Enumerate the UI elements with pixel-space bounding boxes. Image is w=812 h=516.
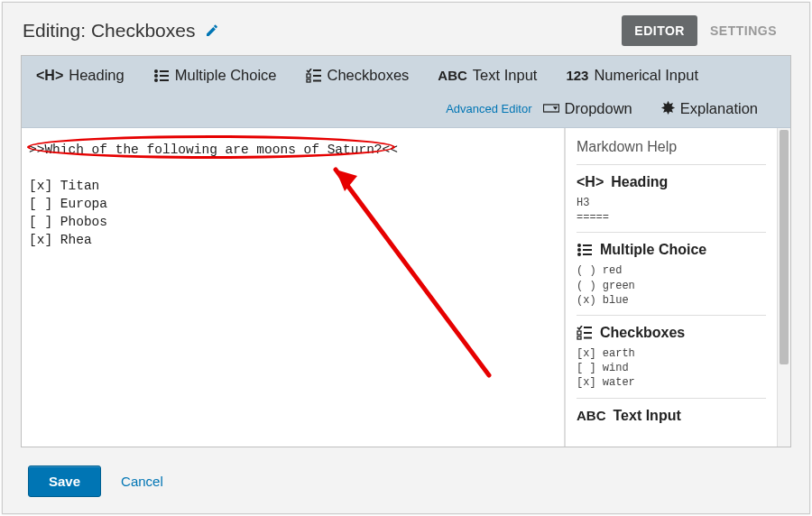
text-input-icon: ABC bbox=[438, 68, 467, 83]
multiple-choice-icon bbox=[577, 243, 593, 257]
svg-point-2 bbox=[154, 74, 158, 78]
help-cb-label: Checkboxes bbox=[600, 325, 685, 341]
tool-multiple-choice[interactable]: Multiple Choice bbox=[148, 61, 288, 93]
help-pane: Markdown Help <H>Heading H3 ===== Multip… bbox=[566, 128, 777, 447]
tool-cb-label: Checkboxes bbox=[328, 67, 410, 84]
mode-tabs: EDITOR SETTINGS bbox=[622, 15, 789, 46]
svg-rect-6 bbox=[313, 69, 321, 71]
tool-text-input[interactable]: ABC Text Input bbox=[432, 61, 548, 93]
help-ti-label: Text Input bbox=[614, 408, 681, 424]
workspace: <H> Heading Multiple Choice Checkboxes A… bbox=[21, 55, 791, 447]
svg-point-4 bbox=[154, 78, 158, 82]
scrollbar[interactable] bbox=[777, 128, 790, 447]
svg-rect-3 bbox=[160, 75, 169, 77]
help-section-mc: Multiple Choice ( ) red ( ) green (x) bl… bbox=[577, 232, 766, 315]
svg-point-14 bbox=[577, 244, 581, 247]
svg-rect-20 bbox=[584, 327, 592, 328]
svg-rect-22 bbox=[584, 332, 592, 334]
pencil-icon[interactable] bbox=[204, 23, 220, 38]
tab-editor[interactable]: EDITOR bbox=[622, 15, 697, 46]
editor-pane[interactable]: >>Which of the following are moons of Sa… bbox=[22, 128, 566, 447]
tab-settings[interactable]: SETTINGS bbox=[697, 15, 789, 46]
dropdown-icon bbox=[543, 101, 559, 115]
editor-modal: Editing: Checkboxes EDITOR SETTINGS <H> … bbox=[2, 2, 810, 514]
page-title: Editing: Checkboxes bbox=[23, 20, 195, 41]
tool-ti-label: Text Input bbox=[473, 67, 538, 84]
svg-point-16 bbox=[577, 248, 581, 252]
multiple-choice-icon bbox=[153, 69, 170, 83]
help-heading-code: H3 ===== bbox=[577, 196, 766, 225]
help-cb-code: [x] earth [ ] wind [x] water bbox=[577, 346, 766, 391]
svg-rect-7 bbox=[307, 74, 310, 78]
svg-rect-5 bbox=[160, 79, 169, 81]
svg-rect-23 bbox=[577, 336, 581, 339]
editor-textarea[interactable]: >>Which of the following are moons of Sa… bbox=[22, 128, 564, 262]
tool-checkboxes[interactable]: Checkboxes bbox=[300, 61, 420, 93]
help-section-cb: Checkboxes [x] earth [ ] wind [x] water bbox=[577, 315, 766, 398]
advanced-editor-link[interactable]: Advanced Editor bbox=[446, 97, 531, 124]
help-section-ti: ABCText Input bbox=[577, 398, 766, 437]
svg-rect-15 bbox=[583, 244, 592, 246]
svg-rect-19 bbox=[583, 253, 592, 255]
svg-rect-1 bbox=[160, 70, 169, 72]
help-heading-label: Heading bbox=[611, 174, 668, 190]
help-mc-label: Multiple Choice bbox=[600, 242, 706, 258]
numerical-input-icon: 123 bbox=[566, 68, 588, 83]
checkboxes-icon bbox=[306, 69, 322, 83]
tool-ni-label: Numerical Input bbox=[594, 67, 698, 84]
tool-dropdown[interactable]: Dropdown bbox=[538, 95, 643, 126]
help-title: Markdown Help bbox=[577, 137, 766, 164]
text-input-icon: ABC bbox=[577, 408, 606, 423]
svg-rect-10 bbox=[313, 79, 321, 81]
help-mc-code: ( ) red ( ) green (x) blue bbox=[577, 263, 766, 308]
heading-icon: <H> bbox=[577, 174, 604, 190]
svg-rect-9 bbox=[307, 79, 310, 82]
heading-icon: <H> bbox=[36, 68, 63, 84]
help-section-heading: <H>Heading H3 ===== bbox=[577, 164, 766, 232]
cancel-button[interactable]: Cancel bbox=[121, 474, 163, 489]
svg-rect-11 bbox=[543, 105, 558, 112]
svg-point-18 bbox=[577, 253, 581, 256]
tool-mc-label: Multiple Choice bbox=[175, 67, 277, 84]
save-button[interactable]: Save bbox=[28, 465, 101, 497]
tool-heading-label: Heading bbox=[69, 67, 124, 84]
checkboxes-icon bbox=[577, 326, 593, 340]
modal-header: Editing: Checkboxes EDITOR SETTINGS bbox=[3, 3, 809, 55]
scrollbar-thumb[interactable] bbox=[780, 130, 789, 364]
tool-numerical-input[interactable]: 123 Numerical Input bbox=[560, 61, 709, 93]
svg-point-0 bbox=[154, 69, 158, 73]
explanation-icon: ✸ bbox=[661, 98, 675, 118]
svg-rect-24 bbox=[584, 336, 592, 338]
footer: Save Cancel bbox=[3, 455, 809, 513]
svg-rect-17 bbox=[583, 249, 592, 251]
svg-rect-21 bbox=[577, 331, 581, 335]
toolbar: <H> Heading Multiple Choice Checkboxes A… bbox=[22, 56, 790, 128]
tool-dd-label: Dropdown bbox=[565, 100, 632, 117]
tool-heading[interactable]: <H> Heading bbox=[31, 61, 135, 93]
svg-rect-8 bbox=[313, 75, 321, 77]
tool-explanation[interactable]: ✸ Explanation bbox=[656, 93, 769, 127]
content-row: >>Which of the following are moons of Sa… bbox=[22, 128, 790, 447]
tool-ex-label: Explanation bbox=[680, 100, 758, 117]
